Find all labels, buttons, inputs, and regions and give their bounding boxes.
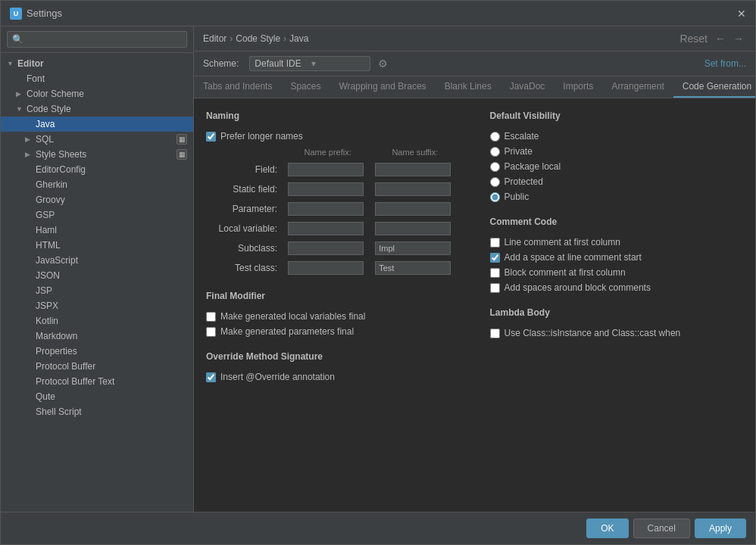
- sidebar-item-groovy[interactable]: Groovy: [1, 192, 193, 207]
- sidebar-item-protocol-buffer-text[interactable]: Protocol Buffer Text: [1, 374, 193, 389]
- naming-parameter-row: Parameter:: [208, 200, 458, 218]
- back-button[interactable]: ←: [713, 33, 728, 45]
- sidebar-label-protocol-buffer-text: Protocol Buffer Text: [36, 376, 114, 387]
- sidebar-item-style-sheets[interactable]: ▶ Style Sheets ▦: [1, 147, 193, 162]
- title-bar: U Settings ✕: [1, 1, 755, 26]
- right-panel: Editor › Code Style › Java Reset ← → Sch…: [194, 26, 755, 512]
- line-comment-first-col-checkbox[interactable]: [490, 238, 500, 248]
- field-prefix-input[interactable]: [288, 163, 364, 176]
- sidebar-item-font[interactable]: Font: [1, 71, 193, 86]
- tab-code-generation[interactable]: Code Generation: [673, 76, 755, 98]
- add-space-line-comment-checkbox[interactable]: [490, 253, 500, 263]
- scheme-dropdown[interactable]: Default IDE ▾: [249, 56, 370, 71]
- ok-button[interactable]: OK: [586, 519, 628, 538]
- sidebar-item-protocol-buffer[interactable]: Protocol Buffer: [1, 359, 193, 374]
- cancel-button[interactable]: Cancel: [633, 519, 690, 538]
- sidebar-item-gsp[interactable]: GSP: [1, 207, 193, 223]
- local-variable-suffix-input[interactable]: [375, 222, 451, 235]
- parameter-suffix-input[interactable]: [375, 202, 451, 216]
- sidebar-item-jspx[interactable]: JSPX: [1, 298, 193, 313]
- panel-body: Naming Prefer longer names Name prefix:: [194, 98, 755, 512]
- sidebar-item-kotlin[interactable]: Kotlin: [1, 313, 193, 329]
- reset-button[interactable]: Reset: [677, 33, 710, 45]
- use-class-isinstance-checkbox[interactable]: [490, 329, 500, 338]
- final-params-checkbox[interactable]: [206, 327, 216, 337]
- dialog-title: Settings: [27, 8, 62, 19]
- final-local-vars-row: Make generated local variables final: [206, 309, 460, 324]
- vis-public-label: Public: [505, 192, 530, 202]
- naming-title: Naming: [206, 111, 460, 121]
- vis-private-radio[interactable]: [490, 147, 500, 157]
- sidebar: ▼ Editor Font ▶ Color Scheme ▼ Code Styl…: [1, 26, 194, 512]
- block-comment-first-col-checkbox[interactable]: [490, 268, 500, 278]
- forward-button[interactable]: →: [731, 33, 746, 45]
- sidebar-item-haml[interactable]: Haml: [1, 223, 193, 238]
- sidebar-label-groovy: Groovy: [36, 195, 65, 205]
- sidebar-item-jsp[interactable]: JSP: [1, 283, 193, 298]
- subclass-prefix-input[interactable]: [288, 241, 364, 255]
- vis-package-local-label: Package local: [505, 161, 561, 172]
- scheme-gear-button[interactable]: ⚙: [378, 58, 388, 70]
- sidebar-label-editor: Editor: [17, 58, 44, 69]
- sidebar-label-qute: Qute: [36, 391, 55, 402]
- add-spaces-block-checkbox[interactable]: [490, 283, 500, 293]
- static-field-prefix-input[interactable]: [288, 182, 364, 196]
- tab-tabs-and-indents[interactable]: Tabs and Indents: [194, 76, 281, 98]
- vis-protected-radio[interactable]: [490, 177, 500, 187]
- visibility-protected-row: Protected: [490, 174, 744, 189]
- sidebar-item-java[interactable]: Java: [1, 117, 193, 132]
- test-class-prefix-input[interactable]: [288, 261, 364, 275]
- sidebar-item-qute[interactable]: Qute: [1, 389, 193, 404]
- sidebar-item-editor-config[interactable]: EditorConfig: [1, 162, 193, 177]
- insert-override-checkbox[interactable]: [206, 372, 216, 382]
- sidebar-label-font: Font: [27, 73, 45, 84]
- vis-escalate-radio[interactable]: [490, 132, 500, 142]
- local-variable-prefix-input[interactable]: [288, 222, 364, 235]
- static-field-suffix-input[interactable]: [375, 182, 451, 196]
- parameter-prefix-input[interactable]: [288, 202, 364, 216]
- sidebar-item-sql[interactable]: ▶ SQL ▦: [1, 132, 193, 147]
- settings-tree: ▼ Editor Font ▶ Color Scheme ▼ Code Styl…: [1, 53, 193, 512]
- default-visibility-section: Default Visibility Escalate Private: [490, 111, 744, 204]
- sidebar-label-jsp: JSP: [36, 285, 52, 296]
- tab-blank-lines[interactable]: Blank Lines: [436, 76, 501, 98]
- subclass-suffix-input[interactable]: [375, 241, 451, 255]
- sidebar-label-style-sheets: Style Sheets: [36, 149, 86, 160]
- final-local-vars-checkbox[interactable]: [206, 312, 216, 322]
- sidebar-item-html[interactable]: HTML: [1, 238, 193, 253]
- tab-javadoc[interactable]: JavaDoc: [501, 76, 555, 98]
- sidebar-item-javascript[interactable]: JavaScript: [1, 253, 193, 268]
- sidebar-item-gherkin[interactable]: Gherkin: [1, 177, 193, 192]
- sidebar-label-java: Java: [36, 119, 55, 129]
- vis-package-local-radio[interactable]: [490, 162, 500, 172]
- tab-spaces[interactable]: Spaces: [281, 76, 330, 98]
- close-button[interactable]: ✕: [737, 8, 746, 20]
- search-input[interactable]: [7, 31, 187, 48]
- sidebar-item-markdown[interactable]: Markdown: [1, 329, 193, 344]
- sidebar-item-editor[interactable]: ▼ Editor: [1, 56, 193, 71]
- main-content: ▼ Editor Font ▶ Color Scheme ▼ Code Styl…: [1, 26, 755, 512]
- scheme-row-left: Scheme: Default IDE ▾ ⚙: [203, 56, 388, 71]
- block-comment-first-col-label: Block comment at first column: [505, 267, 626, 278]
- tab-arrangement[interactable]: Arrangement: [602, 76, 673, 98]
- sidebar-item-shell-script[interactable]: Shell Script: [1, 404, 193, 419]
- apply-button[interactable]: Apply: [695, 519, 746, 538]
- add-spaces-block-label: Add spaces around block comments: [505, 282, 651, 293]
- sidebar-item-color-scheme[interactable]: ▶ Color Scheme: [1, 86, 193, 101]
- prefer-longer-checkbox[interactable]: [206, 132, 216, 142]
- vis-protected-label: Protected: [505, 176, 543, 187]
- final-params-label: Make generated parameters final: [220, 326, 354, 337]
- sidebar-item-code-style[interactable]: ▼ Code Style: [1, 101, 193, 117]
- set-from-link[interactable]: Set from...: [704, 58, 746, 69]
- tab-wrapping-and-braces[interactable]: Wrapping and Braces: [330, 76, 435, 98]
- name-prefix-header: Name prefix:: [285, 145, 370, 159]
- tab-imports[interactable]: Imports: [554, 76, 602, 98]
- sidebar-item-json[interactable]: JSON: [1, 268, 193, 283]
- test-class-suffix-input[interactable]: [375, 261, 451, 275]
- field-suffix-input[interactable]: [375, 163, 451, 176]
- prefer-longer-label: Prefer longer names: [220, 131, 303, 142]
- breadcrumb-sep1: ›: [230, 33, 233, 44]
- vis-public-radio[interactable]: [490, 192, 500, 202]
- app-icon: U: [10, 8, 22, 20]
- sidebar-item-properties[interactable]: Properties: [1, 344, 193, 359]
